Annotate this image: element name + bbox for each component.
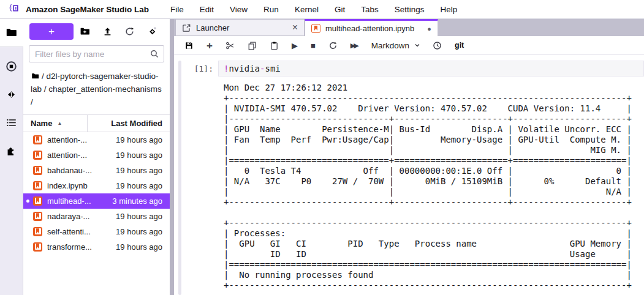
file-row-index[interactable]: index.ipynb 19 hours ago xyxy=(23,178,170,193)
git-toolbar-label[interactable]: git xyxy=(455,41,464,50)
filter-files-box xyxy=(29,45,164,62)
checkpoint-clock-button[interactable] xyxy=(431,40,443,51)
tab-label: Launcher xyxy=(196,23,229,32)
new-folder-icon[interactable] xyxy=(80,26,90,37)
puzzle-icon xyxy=(6,145,17,157)
restart-and-run-all-button[interactable]: ▶▶ xyxy=(349,41,358,50)
new-launcher-button[interactable]: + xyxy=(29,23,74,40)
rail-git-button[interactable] xyxy=(0,80,23,108)
stop-circle-icon xyxy=(6,61,17,72)
interrupt-kernel-button[interactable]: ■ xyxy=(309,40,317,51)
file-modified: 19 hours ago xyxy=(104,181,162,190)
cell-output: Mon Dec 27 17:26:12 2021 +--------------… xyxy=(224,83,644,291)
file-name: nadaraya-... xyxy=(47,212,89,221)
file-browser-panel: + / d2l-pytorch-sagemaker-studio-lab / c… xyxy=(23,19,170,295)
git-clone-icon[interactable] xyxy=(147,26,157,37)
file-modified: 19 hours ago xyxy=(104,212,162,221)
document-tab-bar: Launcher × multihead-attention.ipynb ● xyxy=(174,19,644,36)
list-icon xyxy=(6,117,17,129)
home-folder-icon[interactable] xyxy=(31,72,40,80)
menu-tabs[interactable]: Tabs xyxy=(353,5,387,14)
main-dock-panel: Launcher × multihead-attention.ipynb ● + xyxy=(174,19,644,295)
file-row-transformer[interactable]: transforme... 19 hours ago xyxy=(23,239,170,255)
close-icon[interactable]: × xyxy=(292,23,298,32)
copy-icon xyxy=(248,41,257,50)
file-row-attention-2[interactable]: attention-... 19 hours ago xyxy=(23,148,170,163)
refresh-icon[interactable] xyxy=(124,26,135,37)
cell-code-editor[interactable]: !nvidia-smi xyxy=(218,61,644,77)
filter-files-input[interactable] xyxy=(34,49,150,59)
cut-cell-button[interactable] xyxy=(224,40,236,51)
rail-file-browser-button[interactable] xyxy=(0,19,23,47)
file-modified: 19 hours ago xyxy=(104,166,162,175)
file-row-multihead-selected[interactable]: multihead-... 3 minutes ago xyxy=(23,193,170,209)
sagemaker-logo-icon xyxy=(6,2,21,16)
menu-run[interactable]: Run xyxy=(256,5,287,14)
save-icon xyxy=(184,41,194,50)
save-button[interactable] xyxy=(183,40,195,51)
rail-running-sessions-button[interactable] xyxy=(0,52,23,80)
last-modified-column-label: Last Modified xyxy=(111,119,162,128)
stop-icon: ■ xyxy=(311,42,316,50)
tab-multihead-attention[interactable]: multihead-attention.ipynb ● xyxy=(305,19,438,36)
notebook-toolbar: + ▶ ■ ▶▶ Markdown git xyxy=(174,36,644,55)
file-name: transforme... xyxy=(47,242,92,252)
cell-type-dropdown[interactable]: Markdown xyxy=(371,41,421,50)
file-row-attention-1[interactable]: attention-... 19 hours ago xyxy=(23,132,170,148)
chevron-down-icon xyxy=(414,42,421,49)
file-row-self-attention[interactable]: self-attenti... 19 hours ago xyxy=(23,224,170,239)
breadcrumb[interactable]: / d2l-pytorch-sagemaker-studio-lab / cha… xyxy=(23,67,170,114)
menu-settings[interactable]: Settings xyxy=(387,5,433,14)
file-row-bahdanau[interactable]: bahdanau-... 19 hours ago xyxy=(23,163,170,178)
notebook-file-icon xyxy=(33,166,42,175)
file-name: index.ipynb xyxy=(47,181,88,190)
rail-table-of-contents-button[interactable] xyxy=(0,108,23,136)
menu-edit[interactable]: Edit xyxy=(192,5,222,14)
git-icon xyxy=(6,89,17,100)
menu-help[interactable]: Help xyxy=(432,5,465,14)
insert-cell-button[interactable]: + xyxy=(205,39,214,52)
notebook-file-icon xyxy=(33,151,42,160)
menu-view[interactable]: View xyxy=(222,5,256,14)
play-icon: ▶ xyxy=(292,42,298,50)
file-name: attention-... xyxy=(47,135,87,144)
restart-kernel-button[interactable] xyxy=(327,40,339,51)
sort-ascending-icon: ▲ xyxy=(57,121,62,126)
left-sidebar-rail xyxy=(0,19,23,295)
restart-icon xyxy=(328,41,338,50)
rail-extensions-button[interactable] xyxy=(0,136,23,165)
file-name: multihead-... xyxy=(47,196,91,206)
notebook-file-icon xyxy=(33,196,42,206)
file-modified: 19 hours ago xyxy=(104,151,162,160)
code-token-smi: smi xyxy=(265,64,280,73)
folder-icon xyxy=(6,27,17,39)
column-header-last-modified[interactable]: Last Modified xyxy=(87,115,170,132)
search-icon xyxy=(150,49,159,59)
tab-launcher[interactable]: Launcher × xyxy=(175,19,305,36)
clipboard-icon xyxy=(270,41,279,50)
upload-icon[interactable] xyxy=(102,26,113,37)
code-cell: [1]: !nvidia-smi Mon Dec 27 17:26:12 202… xyxy=(181,61,644,295)
file-list: attention-... 19 hours ago attention-...… xyxy=(23,132,170,295)
menu-kernel[interactable]: Kernel xyxy=(287,5,327,14)
panel-splitter[interactable] xyxy=(170,19,174,295)
unsaved-changes-dot-icon xyxy=(26,200,29,203)
paste-cell-button[interactable] xyxy=(268,40,280,51)
menu-git[interactable]: Git xyxy=(327,5,353,14)
file-row-nadaraya[interactable]: nadaraya-... 19 hours ago xyxy=(23,209,170,224)
file-list-header: Name ▲ Last Modified xyxy=(23,114,170,132)
file-name: self-attenti... xyxy=(47,227,91,236)
app-title: Amazon SageMaker Studio Lab xyxy=(26,5,149,14)
code-token-nvidia: nvidia xyxy=(229,64,260,73)
cell-type-value: Markdown xyxy=(371,41,409,50)
run-cell-button[interactable]: ▶ xyxy=(290,40,299,51)
clock-icon xyxy=(433,41,442,50)
menu-file[interactable]: File xyxy=(162,5,192,14)
copy-cell-button[interactable] xyxy=(246,40,258,51)
notebook-file-icon xyxy=(311,24,320,33)
file-modified: 19 hours ago xyxy=(104,242,162,252)
column-header-name[interactable]: Name ▲ xyxy=(23,115,87,132)
notebook-file-icon xyxy=(33,212,42,221)
notebook-file-icon xyxy=(33,227,42,236)
tab-label: multihead-attention.ipynb xyxy=(325,24,414,33)
